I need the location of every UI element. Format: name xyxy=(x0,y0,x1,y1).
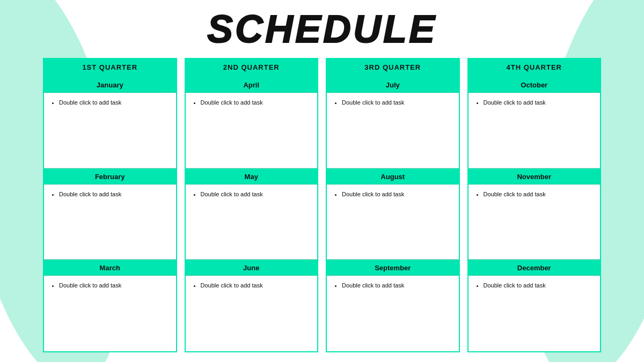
month-header-march: March xyxy=(44,260,176,276)
task-item[interactable]: Double click to add task xyxy=(342,98,453,107)
month-section-september: SeptemberDouble click to add task xyxy=(327,260,459,351)
task-item[interactable]: Double click to add task xyxy=(201,98,312,107)
quarter-header-2: 2ND QUARTER xyxy=(186,59,318,77)
month-tasks-january[interactable]: Double click to add task xyxy=(44,93,176,168)
task-item[interactable]: Double click to add task xyxy=(201,281,312,290)
quarter-col-2: 2ND QUARTERAprilDouble click to add task… xyxy=(185,58,319,352)
month-section-november: NovemberDouble click to add task xyxy=(469,168,601,260)
month-tasks-december[interactable]: Double click to add task xyxy=(469,276,601,351)
quarter-col-1: 1ST QUARTERJanuaryDouble click to add ta… xyxy=(43,58,177,352)
task-item[interactable]: Double click to add task xyxy=(59,98,171,107)
page-title: SCHEDULE xyxy=(207,10,437,48)
month-section-march: MarchDouble click to add task xyxy=(44,260,176,351)
task-item[interactable]: Double click to add task xyxy=(201,190,312,198)
schedule-grid: 1ST QUARTERJanuaryDouble click to add ta… xyxy=(43,58,601,352)
month-header-november: November xyxy=(469,168,601,184)
month-section-february: FebruaryDouble click to add task xyxy=(44,168,176,260)
month-tasks-october[interactable]: Double click to add task xyxy=(469,93,601,168)
month-section-june: JuneDouble click to add task xyxy=(186,260,318,351)
month-header-july: July xyxy=(327,77,459,93)
month-section-may: MayDouble click to add task xyxy=(186,168,318,260)
task-item[interactable]: Double click to add task xyxy=(342,281,453,290)
month-section-december: DecemberDouble click to add task xyxy=(469,260,601,351)
month-tasks-september[interactable]: Double click to add task xyxy=(327,276,459,351)
task-item[interactable]: Double click to add task xyxy=(484,98,595,107)
month-tasks-november[interactable]: Double click to add task xyxy=(469,184,601,260)
month-section-october: OctoberDouble click to add task xyxy=(469,77,601,168)
month-header-february: February xyxy=(44,168,176,184)
quarter-header-3: 3RD QUARTER xyxy=(327,59,459,77)
quarter-header-1: 1ST QUARTER xyxy=(44,59,176,77)
month-section-august: AugustDouble click to add task xyxy=(327,168,459,260)
month-tasks-march[interactable]: Double click to add task xyxy=(44,276,176,351)
task-item[interactable]: Double click to add task xyxy=(59,281,171,290)
month-tasks-april[interactable]: Double click to add task xyxy=(186,93,318,168)
month-section-july: JulyDouble click to add task xyxy=(327,77,459,168)
month-tasks-february[interactable]: Double click to add task xyxy=(44,184,176,260)
task-item[interactable]: Double click to add task xyxy=(59,190,171,198)
month-tasks-june[interactable]: Double click to add task xyxy=(186,276,318,351)
month-header-may: May xyxy=(186,168,318,184)
month-header-january: January xyxy=(44,77,176,93)
quarter-header-4: 4TH QUARTER xyxy=(469,59,601,77)
month-header-september: September xyxy=(327,260,459,276)
month-tasks-may[interactable]: Double click to add task xyxy=(186,184,318,260)
task-item[interactable]: Double click to add task xyxy=(342,190,453,198)
task-item[interactable]: Double click to add task xyxy=(484,190,595,198)
month-tasks-august[interactable]: Double click to add task xyxy=(327,184,459,260)
month-section-january: JanuaryDouble click to add task xyxy=(44,77,176,168)
quarter-col-3: 3RD QUARTERJulyDouble click to add taskA… xyxy=(326,58,460,352)
month-header-december: December xyxy=(469,260,601,276)
month-header-june: June xyxy=(186,260,318,276)
task-item[interactable]: Double click to add task xyxy=(484,281,595,290)
page-content: SCHEDULE 1ST QUARTERJanuaryDouble click … xyxy=(0,0,644,362)
month-header-august: August xyxy=(327,168,459,184)
month-header-october: October xyxy=(469,77,601,93)
month-header-april: April xyxy=(186,77,318,93)
month-tasks-july[interactable]: Double click to add task xyxy=(327,93,459,168)
quarter-col-4: 4TH QUARTEROctoberDouble click to add ta… xyxy=(467,58,602,352)
month-section-april: AprilDouble click to add task xyxy=(186,77,318,168)
